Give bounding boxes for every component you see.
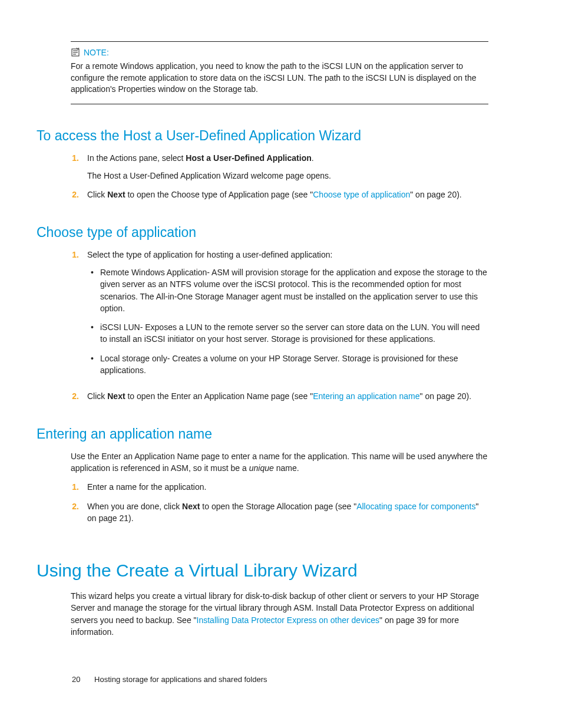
- page-footer: 20 Hosting storage for applications and …: [72, 675, 267, 684]
- heading-access-wizard: To access the Host a User-Defined Applic…: [37, 128, 488, 144]
- step-number: 2.: [71, 500, 79, 525]
- note-body: For a remote Windows application, you ne…: [71, 61, 488, 95]
- list-item: 1. Select the type of application for ho…: [71, 249, 488, 391]
- step-text: In the Actions pane, select Host a User-…: [87, 152, 488, 164]
- footer-title: Hosting storage for applications and sha…: [94, 675, 267, 684]
- link-entering-name[interactable]: Entering an application name: [313, 391, 419, 401]
- step-text: Click Next to open the Choose type of Ap…: [87, 189, 488, 200]
- list-item: 1. In the Actions pane, select Host a Us…: [71, 152, 488, 189]
- link-choose-type[interactable]: Choose type of application: [313, 190, 410, 199]
- note-icon: [71, 48, 80, 57]
- list-item: 1. Enter a name for the application.: [71, 481, 488, 500]
- step-number: 1.: [71, 481, 79, 493]
- step-text: Enter a name for the application.: [87, 481, 488, 493]
- paragraph-text: This wizard helps you create a virtual l…: [71, 590, 488, 638]
- heading-virtual-library: Using the Create a Virtual Library Wizar…: [37, 561, 488, 581]
- step-text: Click Next to open the Enter an Applicat…: [87, 390, 488, 402]
- step-number: 1.: [71, 249, 79, 384]
- page-number: 20: [72, 675, 80, 684]
- bullet-item: Remote Windows Application- ASM will pro…: [87, 266, 488, 314]
- bullet-item: iSCSI LUN- Exposes a LUN to the remote s…: [87, 321, 488, 345]
- step-number: 2.: [71, 390, 79, 402]
- step-text: When you are done, click Next to open th…: [87, 500, 488, 525]
- link-install-dpe[interactable]: Installing Data Protector Express on oth…: [197, 615, 380, 625]
- intro-text: Use the Enter an Application Name page t…: [71, 450, 488, 475]
- heading-choose-type: Choose type of application: [37, 225, 488, 241]
- heading-entering-name: Entering an application name: [37, 426, 488, 442]
- list-item: 2. When you are done, click Next to open…: [71, 500, 488, 532]
- step-number: 2.: [71, 189, 79, 200]
- link-allocating-space[interactable]: Allocating space for components: [356, 502, 475, 511]
- list-item: 2. Click Next to open the Choose type of…: [71, 189, 488, 207]
- step-text: Select the type of application for hosti…: [87, 249, 488, 261]
- step-number: 1.: [71, 152, 79, 182]
- bullet-item: Local storage only- Creates a volume on …: [87, 353, 488, 377]
- note-block: NOTE: For a remote Windows application, …: [71, 41, 488, 104]
- step-text: The Host a User-Defined Application Wiza…: [87, 170, 488, 182]
- list-item: 2. Click Next to open the Enter an Appli…: [71, 390, 488, 409]
- note-label: NOTE:: [84, 48, 109, 57]
